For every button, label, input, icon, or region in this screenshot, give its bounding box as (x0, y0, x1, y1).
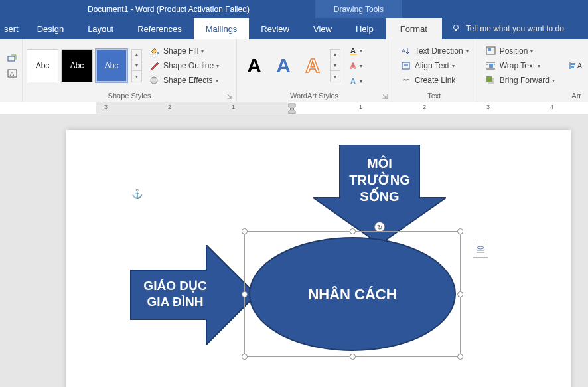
text-direction-button[interactable]: A Text Direction▾ (399, 45, 470, 57)
wordart-up-button[interactable]: ▲ (331, 50, 340, 60)
tab-design[interactable]: Design (25, 18, 76, 39)
wordart-style-2[interactable]: A (270, 49, 297, 82)
document-workspace[interactable]: ⚓ MÔI TRƯỜNG SỐNG ↻ GIÁO DỤC GIA ĐÌNH (0, 114, 588, 387)
wordart-style-1[interactable]: A (241, 49, 267, 82)
ribbon: A Abc Abc Abc ▲ ▼ ▾ Shape Fill▾ Sha (0, 39, 588, 102)
shape-fill-button[interactable]: Shape Fill▾ (147, 45, 220, 57)
horizontal-ruler[interactable]: 3 2 1 1 2 3 4 (0, 102, 588, 114)
svg-rect-8 (350, 54, 357, 55)
align-text-icon (400, 60, 412, 71)
svg-rect-26 (571, 66, 574, 68)
svg-text:MÔI: MÔI (367, 155, 392, 171)
group-arrange: Position▾ Wrap Text▾ Bring Forward▾ A Ar… (477, 39, 588, 102)
wordart-gallery-nav: ▲ ▼ ▾ (330, 49, 340, 82)
text-effects-button[interactable]: A▾ (348, 74, 363, 88)
svg-text:GIA ĐÌNH: GIA ĐÌNH (147, 295, 204, 309)
group-shape-styles: Abc Abc Abc ▲ ▼ ▾ Shape Fill▾ Shape Outl… (23, 39, 237, 102)
bucket-icon (149, 46, 161, 56)
ribbon-tabs: sert Design Layout References Mailings R… (0, 18, 588, 39)
tab-view[interactable]: View (301, 18, 344, 39)
lightbulb-icon (451, 24, 461, 33)
svg-rect-23 (486, 76, 492, 82)
layout-options-icon (475, 244, 486, 256)
svg-rect-25 (571, 63, 575, 65)
wordart-style-3[interactable]: A (299, 49, 326, 82)
tell-me-label: Tell me what you want to do (466, 24, 564, 33)
align-text-button[interactable]: Align Text▾ (399, 60, 470, 72)
svg-rect-1 (455, 30, 457, 31)
svg-text:A: A (350, 77, 356, 85)
page[interactable]: ⚓ MÔI TRƯỜNG SỐNG ↻ GIÁO DỤC GIA ĐÌNH (66, 130, 571, 387)
pen-icon (149, 60, 161, 71)
ellipse-text: NHÂN CÁCH (308, 286, 396, 303)
create-link-button[interactable]: Create Link (399, 74, 470, 86)
group-wordart-styles: A A A ▲ ▼ ▾ A▾ A▾ A▾ WordArt Styles⇲ (237, 39, 392, 102)
tab-review[interactable]: Review (249, 18, 301, 39)
svg-marker-28 (289, 108, 295, 114)
shape-style-3[interactable]: Abc (96, 49, 127, 82)
shape-arrow-right[interactable]: GIÁO DỤC GIA ĐÌNH (130, 245, 256, 347)
wordart-launcher[interactable]: ⇲ (382, 93, 388, 100)
svg-text:A: A (10, 70, 14, 77)
draw-textbox-button[interactable]: A (5, 67, 20, 80)
layout-options-button[interactable] (473, 242, 488, 258)
align-objects-button[interactable]: A (568, 59, 583, 72)
text-fill-button[interactable]: A▾ (348, 44, 363, 57)
group-text: A Text Direction▾ Align Text▾ Create Lin… (392, 39, 477, 102)
shape-outline-button[interactable]: Shape Outline▾ (147, 60, 220, 72)
position-icon (485, 46, 497, 56)
tab-mailings[interactable]: Mailings (194, 18, 250, 39)
tab-layout[interactable]: Layout (76, 18, 125, 39)
svg-text:A: A (350, 62, 356, 70)
tell-me-search[interactable]: Tell me what you want to do (442, 18, 573, 39)
edit-shape-button[interactable] (5, 52, 20, 65)
tab-insert[interactable]: sert (0, 18, 25, 39)
shape-style-1[interactable]: Abc (27, 49, 58, 82)
svg-rect-16 (488, 48, 491, 51)
shape-effects-button[interactable]: Shape Effects▾ (147, 74, 220, 86)
group-insert-shapes: A (0, 39, 23, 102)
svg-point-6 (151, 77, 157, 84)
bring-forward-button[interactable]: Bring Forward▾ (484, 74, 556, 86)
bring-forward-icon (485, 75, 497, 86)
shape-styles-launcher[interactable]: ⇲ (227, 93, 232, 100)
svg-rect-2 (8, 56, 15, 61)
shape-style-2[interactable]: Abc (61, 49, 93, 82)
svg-text:SỐNG: SỐNG (360, 187, 399, 204)
text-direction-icon: A (400, 46, 412, 56)
wordart-more-button[interactable]: ▾ (331, 71, 340, 82)
svg-text:A: A (402, 48, 405, 54)
wrap-icon (485, 60, 497, 71)
document-title: Document1 - Word (Product Activation Fai… (88, 5, 250, 14)
tab-references[interactable]: References (125, 18, 193, 39)
text-outline-button[interactable]: A▾ (348, 59, 363, 72)
svg-text:A: A (350, 46, 356, 54)
svg-point-5 (157, 52, 159, 54)
gallery-more-button[interactable]: ▾ (132, 71, 141, 82)
link-icon (400, 75, 412, 86)
tab-help[interactable]: Help (344, 18, 386, 39)
wrap-text-button[interactable]: Wrap Text▾ (484, 60, 556, 72)
tab-format[interactable]: Format (386, 18, 442, 39)
effects-icon (149, 75, 161, 86)
gallery-up-button[interactable]: ▲ (132, 50, 141, 60)
shape-style-gallery-nav: ▲ ▼ ▾ (131, 49, 142, 82)
gallery-down-button[interactable]: ▼ (132, 60, 141, 71)
titlebar: Document1 - Word (Product Activation Fai… (0, 0, 588, 18)
position-button[interactable]: Position▾ (484, 45, 556, 57)
svg-text:TRƯỜNG: TRƯỜNG (349, 171, 410, 187)
svg-text:GIÁO DỤC: GIÁO DỤC (143, 279, 207, 293)
anchor-icon: ⚓ (131, 189, 143, 199)
svg-rect-17 (489, 64, 493, 68)
contextual-tab-label: Drawing Tools (315, 0, 402, 18)
svg-point-0 (453, 25, 458, 30)
wordart-down-button[interactable]: ▼ (331, 60, 340, 71)
